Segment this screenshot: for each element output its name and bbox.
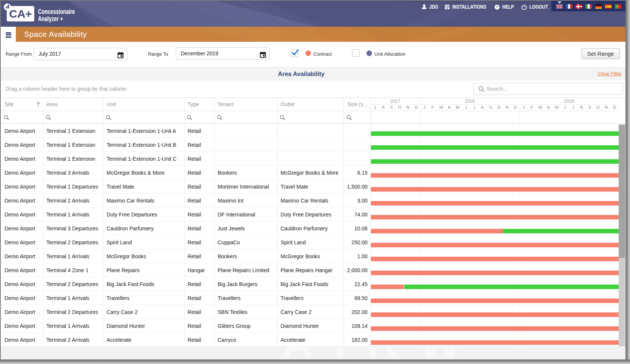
svg-text:?: ? (496, 5, 498, 9)
